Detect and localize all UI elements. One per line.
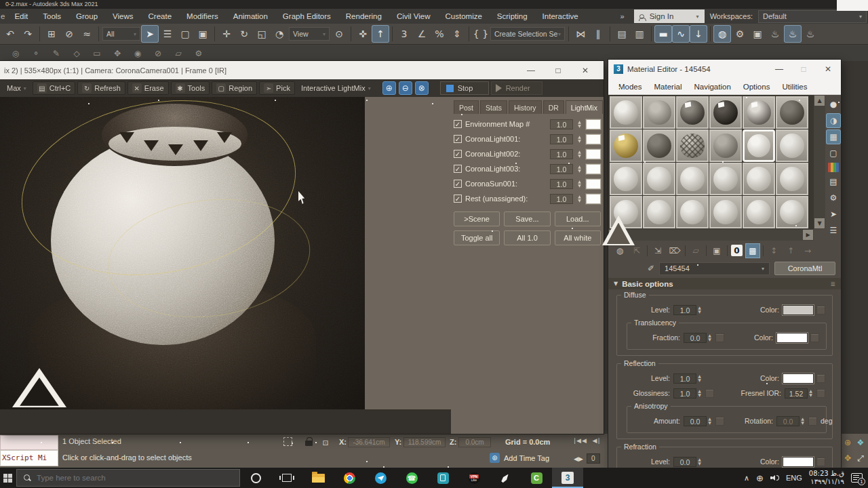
menu-scripting[interactable]: Scripting [490, 9, 535, 24]
select-and-scale-icon[interactable]: ◱ [254, 26, 270, 42]
material-slot[interactable] [643, 129, 675, 162]
material-slot-selected[interactable] [743, 129, 775, 162]
material-slot[interactable] [709, 196, 742, 228]
snap-toggle-3d-icon[interactable]: 3 [396, 26, 412, 42]
material-map-navigator-icon[interactable]: ☰ [827, 224, 840, 237]
menu-edit[interactable]: Edit [7, 9, 35, 24]
unlink-selection-icon[interactable]: ⊘ [61, 26, 77, 42]
rectangular-selection-region-icon[interactable]: ▢ [177, 26, 193, 42]
vfb-lightmix-mode[interactable]: Interactive LightMix ▾ [297, 81, 375, 95]
taskbar-app-camtasia[interactable]: C [521, 468, 552, 488]
current-frame-field[interactable]: 0 [587, 453, 600, 464]
workspace-dropdown[interactable]: Default ▾ [758, 10, 867, 23]
add-time-tag[interactable]: ⊛ Add Time Tag [490, 453, 549, 463]
anisotropy-rotation-field[interactable]: 0.0 [776, 416, 800, 426]
lightmix-color-swatch[interactable] [586, 164, 601, 174]
maximize-viewport-icon[interactable]: ⤢ [854, 451, 867, 466]
material-slot[interactable] [776, 96, 808, 129]
spinner-arrows-icon[interactable]: ▲ ▼ [707, 333, 713, 343]
secondary-tool-8-icon[interactable]: ⊘ [152, 47, 164, 60]
previous-next-frame-icon[interactable]: ◀▶ [574, 455, 583, 462]
video-color-check-icon[interactable] [828, 163, 839, 172]
schematic-view-icon[interactable]: ↓ [690, 26, 707, 42]
use-pivot-point-center-icon[interactable]: ⊙ [331, 26, 347, 42]
render-setup-icon[interactable]: ⚙ [732, 26, 748, 42]
secondary-tool-3-icon[interactable]: ✎ [50, 47, 62, 60]
lightmix-checkbox[interactable]: ✓ [454, 135, 462, 143]
taskbar-app-file-explorer[interactable] [302, 468, 334, 488]
lightmix-button-save[interactable]: Save... [504, 211, 550, 226]
material-slot[interactable] [676, 163, 709, 195]
taskbar-app-3dsmax[interactable]: 3 [552, 468, 583, 488]
material-slot[interactable] [743, 163, 775, 195]
lightmix-value-field[interactable]: 1.0 [550, 194, 573, 204]
tab-post[interactable]: Post [454, 100, 479, 114]
lightmix-value-field[interactable]: 1.0 [550, 149, 573, 159]
scroll-down-icon[interactable]: ▼ [814, 218, 825, 228]
mirror-icon[interactable]: ⋈ [572, 26, 589, 42]
lightmix-color-swatch[interactable] [586, 134, 601, 144]
lightmix-color-swatch[interactable] [586, 194, 601, 204]
y-coordinate-field[interactable]: 118.599cm [403, 437, 446, 447]
spinner-arrows-icon[interactable]: ▲ ▼ [696, 388, 703, 399]
rollout-menu-icon[interactable]: ≣ [830, 281, 835, 287]
close-icon[interactable]: ✕ [823, 64, 833, 74]
spinner-arrows-icon[interactable]: ▲ ▼ [696, 373, 703, 384]
taskbar-search[interactable] [16, 469, 240, 487]
lightmix-value-field[interactable]: 1.0 [550, 164, 573, 174]
sample-vertical-scrollbar[interactable]: ▲ ▼ [814, 95, 825, 229]
zoom-reset-icon[interactable]: ⊗ [415, 81, 429, 95]
zoom-icon[interactable]: ⊕ [842, 435, 854, 450]
anisotropy-amount-field[interactable]: 0.0 [684, 416, 707, 426]
listener-input[interactable]: XScript Mi [0, 450, 58, 466]
menu-overflow-chevron[interactable]: » [616, 12, 629, 20]
pick-material-eyedropper-icon[interactable]: ✐ [648, 264, 654, 273]
spinner-arrows-icon[interactable]: ▲ ▼ [696, 305, 703, 315]
reflection-level-field[interactable]: 1.0 [673, 373, 696, 384]
vfb-stop-button[interactable]: Stop [440, 81, 489, 95]
menu-customize[interactable]: Customize [438, 9, 490, 24]
taskbar-app-whatsapp[interactable]: ☎ [396, 468, 427, 488]
toggle-scene-explorer-icon[interactable]: ▤ [614, 26, 630, 42]
render-in-cloud-icon[interactable]: ♨ [785, 26, 801, 42]
absolute-offset-toggle-icon[interactable]: ⊡ [320, 437, 331, 448]
lightmix-color-swatch[interactable] [586, 119, 601, 129]
material-slot[interactable] [676, 96, 709, 129]
sign-in-button[interactable]: Sign In ▾ [634, 9, 705, 23]
assign-material-to-selection-icon[interactable]: ⇲ [651, 244, 665, 258]
background-icon[interactable]: ▦ [827, 130, 840, 144]
map-slot-button[interactable] [816, 389, 825, 398]
spinner-arrows-icon[interactable]: ▲ ▼ [576, 194, 583, 204]
action-center-icon[interactable]: 1 [851, 473, 863, 483]
generate-preview-icon[interactable]: ▤ [827, 175, 840, 188]
edit-named-selection-sets-icon[interactable]: { } [473, 26, 489, 42]
menu-group[interactable]: Group [68, 9, 105, 24]
align-icon[interactable]: ∥ [590, 26, 606, 42]
material-slot[interactable] [776, 163, 808, 195]
map-slot-button[interactable] [816, 458, 825, 466]
reflection-color-swatch[interactable] [783, 373, 814, 384]
x-coordinate-field[interactable]: -36.641cm [348, 437, 390, 447]
backlight-icon[interactable]: ◑ [827, 114, 840, 127]
volume-icon[interactable] [770, 474, 779, 482]
material-slot[interactable] [610, 96, 642, 129]
search-input[interactable] [37, 474, 213, 482]
material-slot[interactable] [709, 96, 742, 129]
bind-to-space-warp-icon[interactable]: ≈ [79, 26, 95, 42]
window-crossing-toggle-icon[interactable]: ▣ [195, 26, 211, 42]
taskbar-app-chrome[interactable] [334, 468, 365, 488]
show-shaded-material-in-viewport-icon[interactable]: ▩ [746, 244, 760, 258]
scroll-right-icon[interactable]: ▶ [803, 230, 813, 240]
tab-stats[interactable]: Stats [480, 100, 507, 114]
lightmix-checkbox[interactable]: ✓ [454, 195, 462, 203]
spinner-arrows-icon[interactable]: ▲ ▼ [800, 416, 806, 426]
tab-lightmix[interactable]: LightMix [566, 100, 603, 114]
selection-filter-dropdown[interactable]: All▾ [102, 27, 140, 41]
material-type-button[interactable]: CoronaMtl [774, 262, 835, 275]
secondary-tool-2-icon[interactable]: ⚬ [30, 47, 42, 60]
vfb-copy-button[interactable]: ▤ Ctrl+C [33, 81, 75, 95]
toggle-layer-explorer-icon[interactable]: ▥ [631, 26, 648, 42]
reflection-fresnel-ior-field[interactable]: 1.52 [785, 388, 808, 399]
map-slot-button[interactable] [705, 389, 714, 398]
go-forward-to-sibling-icon[interactable]: → [801, 244, 814, 258]
